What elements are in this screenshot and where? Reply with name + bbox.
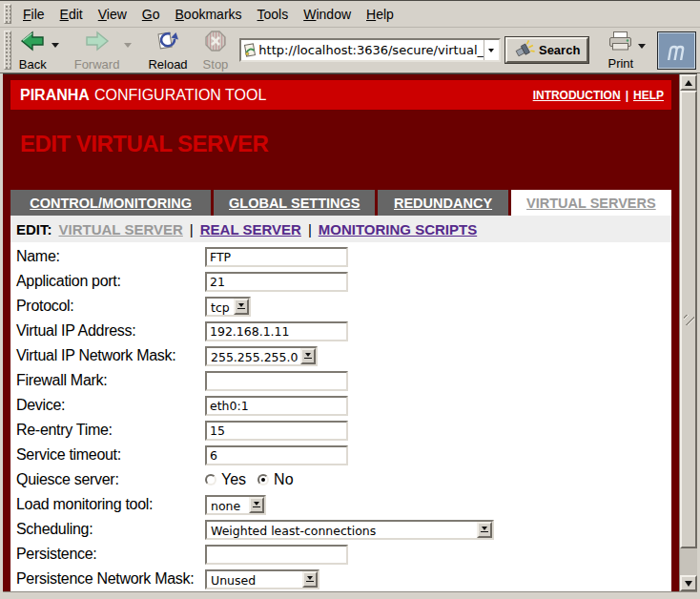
stop-icon <box>204 30 227 56</box>
persistence-input[interactable] <box>205 545 348 565</box>
menu-file[interactable]: File <box>15 7 52 22</box>
chevron-down-icon <box>234 299 249 315</box>
form-row: Device: <box>16 393 671 418</box>
mozilla-logo[interactable] <box>657 31 696 70</box>
virtual-server-current: VIRTUAL SERVER <box>59 221 183 238</box>
chevron-down-icon <box>488 49 494 52</box>
tab-global-settings[interactable]: GLOBAL SETTINGS <box>214 190 375 216</box>
menubar: File Edit View Go Bookmarks Tools Window… <box>0 1 700 28</box>
tab-bar: CONTROL/MONITORING GLOBAL SETTINGS REDUN… <box>10 190 671 216</box>
form-row: Application port: <box>16 269 671 294</box>
tab-control-monitoring[interactable]: CONTROL/MONITORING <box>10 190 211 216</box>
load-monitoring-select-value: none <box>207 497 249 513</box>
quiesce-no-radio[interactable] <box>257 474 269 485</box>
name-label: Name: <box>16 248 205 265</box>
forward-label: Forward <box>74 57 120 72</box>
real-server-link[interactable]: REAL SERVER <box>200 221 301 238</box>
browser-window: File Edit View Go Bookmarks Tools Window… <box>0 0 700 599</box>
url-bar <box>239 38 501 62</box>
back-button[interactable]: Back <box>15 28 51 72</box>
reentry-time-input[interactable] <box>205 421 348 441</box>
persistence-mask-label: Persistence Network Mask: <box>16 570 205 588</box>
print-label: Print <box>607 56 633 71</box>
menubar-grippy-handle[interactable] <box>4 4 11 24</box>
back-label: Back <box>19 57 47 72</box>
menu-tools[interactable]: Tools <box>250 7 297 22</box>
forward-icon <box>85 30 110 56</box>
bookmark-page-icon[interactable] <box>241 43 258 58</box>
stop-label: Stop <box>203 57 229 72</box>
form-row: Re-entry Time: <box>16 418 671 443</box>
virtual-ip-mask-label: Virtual IP Network Mask: <box>16 347 205 364</box>
menu-help[interactable]: Help <box>359 7 401 22</box>
arrow-down-icon <box>685 581 692 587</box>
page-title: EDIT VIRTUAL SERVER <box>20 131 671 157</box>
stop-button[interactable]: Stop <box>199 28 233 72</box>
form-row: Virtual IP Network Mask: 255.255.255.0 <box>16 343 671 368</box>
load-monitoring-select[interactable]: none <box>205 495 266 515</box>
virtual-ip-input[interactable] <box>205 321 348 341</box>
url-input[interactable] <box>258 43 484 57</box>
persistence-label: Persistence: <box>16 546 205 563</box>
navigation-toolbar: Back Forward <box>0 28 700 73</box>
reload-label: Reload <box>148 57 187 72</box>
reload-icon <box>155 30 179 56</box>
chevron-down-icon <box>477 522 492 538</box>
virtual-ip-mask-select-value: 255.255.255.0 <box>207 348 300 364</box>
form-row: Quiesce server: Yes No <box>16 467 671 492</box>
form-row: Scheduling: Weighted least-connections <box>16 517 671 542</box>
quiesce-yes-radio[interactable] <box>205 474 216 485</box>
help-link[interactable]: HELP <box>633 89 664 102</box>
search-button[interactable]: Search <box>505 37 588 63</box>
subnav-prefix: EDIT: <box>16 221 52 238</box>
reload-button[interactable]: Reload <box>144 28 191 72</box>
form-row: Protocol: tcp <box>16 294 671 319</box>
name-input[interactable] <box>205 247 348 267</box>
scheduling-label: Scheduling: <box>16 521 205 538</box>
application-port-input[interactable] <box>205 272 348 292</box>
persistence-mask-select[interactable]: Unused <box>205 569 319 589</box>
monitoring-scripts-link[interactable]: MONITORING SCRIPTS <box>319 221 477 238</box>
menu-edit[interactable]: Edit <box>52 7 91 22</box>
menu-view[interactable]: View <box>91 7 134 22</box>
forward-button[interactable]: Forward <box>71 28 124 72</box>
menu-window[interactable]: Window <box>296 7 359 22</box>
scroll-down-button[interactable] <box>680 575 697 591</box>
window-bottom-edge <box>3 591 697 598</box>
tab-virtual-servers[interactable]: VIRTUAL SERVERS <box>511 190 671 216</box>
forward-dropdown-arrow-icon[interactable] <box>124 43 132 48</box>
vertical-scrollbar[interactable] <box>679 74 697 591</box>
form-row: Firewall Mark: <box>16 368 671 393</box>
scrollbar-thumb[interactable] <box>680 91 697 548</box>
back-dropdown-arrow-icon[interactable] <box>51 43 59 48</box>
thumb-grip-icon <box>684 315 694 325</box>
protocol-select-value: tcp <box>207 299 234 315</box>
search-flashlight-icon <box>514 40 535 60</box>
menu-go[interactable]: Go <box>134 7 168 22</box>
firewall-mark-label: Firewall Mark: <box>16 372 205 389</box>
subnav-separator: | <box>308 221 312 238</box>
firewall-mark-input[interactable] <box>205 371 348 391</box>
print-dropdown-arrow-icon[interactable] <box>638 44 646 49</box>
url-dropdown-button[interactable] <box>484 40 499 60</box>
load-monitoring-label: Load monitoring tool: <box>16 496 205 513</box>
service-timeout-label: Service timeout: <box>16 446 205 464</box>
search-label: Search <box>539 43 580 57</box>
service-timeout-input[interactable] <box>205 445 348 465</box>
quiesce-yes-label: Yes <box>221 471 246 488</box>
protocol-select[interactable]: tcp <box>205 297 251 317</box>
print-button[interactable]: Print <box>604 29 637 72</box>
scheduling-select-value: Weighted least-connections <box>207 522 477 538</box>
menu-bookmarks[interactable]: Bookmarks <box>168 7 250 22</box>
toolbar-grippy-handle[interactable] <box>4 31 11 70</box>
scheduling-select[interactable]: Weighted least-connections <box>205 520 494 540</box>
protocol-label: Protocol: <box>16 298 205 315</box>
introduction-link[interactable]: INTRODUCTION <box>533 89 621 102</box>
device-input[interactable] <box>205 396 348 416</box>
quiesce-server-label: Quiesce server: <box>16 471 205 488</box>
tab-redundancy[interactable]: REDUNDANCY <box>378 190 507 216</box>
scroll-up-button[interactable] <box>680 74 697 91</box>
virtual-ip-mask-select[interactable]: 255.255.255.0 <box>205 346 318 366</box>
piranha-brand-bar: PIRANHA CONFIGURATION TOOL INTRODUCTION … <box>10 80 671 110</box>
chevron-down-icon <box>300 348 316 364</box>
